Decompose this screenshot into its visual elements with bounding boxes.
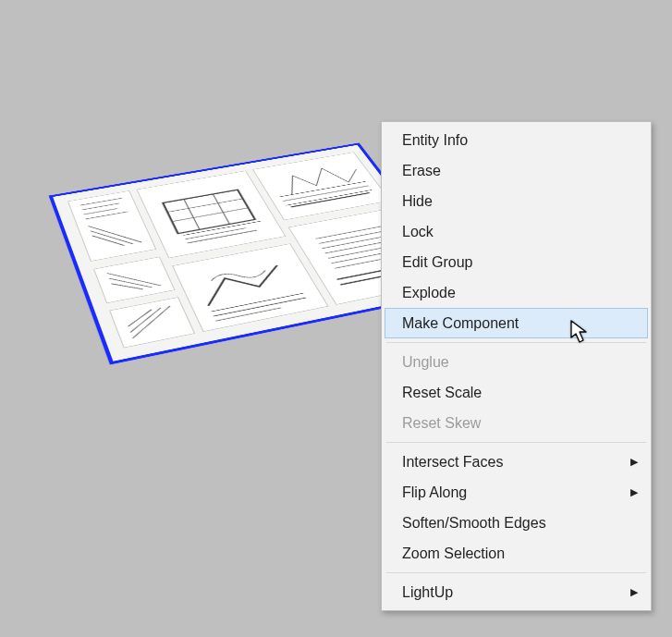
menu-item-lock[interactable]: Lock: [385, 216, 648, 247]
menu-item-unglue: Unglue: [385, 347, 648, 377]
menu-item-entity-info[interactable]: Entity Info: [385, 125, 648, 155]
menu-item-flip-along[interactable]: Flip Along▶: [385, 477, 648, 508]
menu-item-lightup[interactable]: LightUp▶: [385, 577, 648, 607]
menu-item-explode[interactable]: Explode: [385, 277, 648, 308]
menu-item-intersect-faces[interactable]: Intersect Faces▶: [385, 447, 648, 477]
menu-item-erase[interactable]: Erase: [385, 155, 648, 186]
menu-item-soften-smooth[interactable]: Soften/Smooth Edges: [385, 508, 648, 538]
menu-item-zoom-selection[interactable]: Zoom Selection: [385, 538, 648, 569]
drawing-sheet: [109, 297, 195, 348]
menu-separator: [386, 442, 646, 443]
menu-item-edit-group[interactable]: Edit Group: [385, 247, 648, 277]
context-menu: Entity InfoEraseHideLockEdit GroupExplod…: [381, 121, 652, 611]
submenu-arrow-icon: ▶: [630, 478, 638, 507]
submenu-arrow-icon: ▶: [630, 447, 638, 476]
menu-item-reset-skew: Reset Skew: [385, 408, 648, 438]
drawing-sheet: [172, 243, 328, 332]
menu-item-make-component[interactable]: Make Component: [385, 308, 648, 338]
menu-item-reset-scale[interactable]: Reset Scale: [385, 377, 648, 408]
menu-item-hide[interactable]: Hide: [385, 186, 648, 216]
drawing-sheet: [93, 256, 176, 303]
drawing-sheet: [252, 152, 391, 220]
menu-separator: [386, 572, 646, 573]
submenu-arrow-icon: ▶: [630, 578, 638, 606]
menu-separator: [386, 342, 646, 343]
